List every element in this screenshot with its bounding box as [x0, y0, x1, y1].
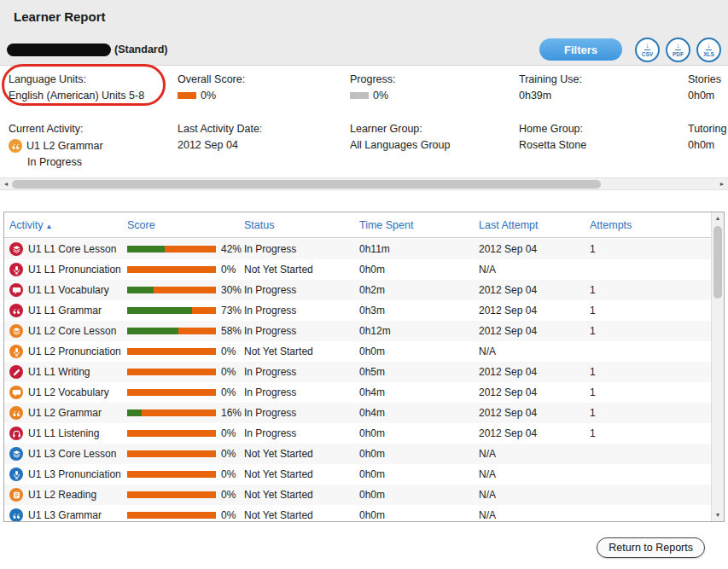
table-row[interactable]: U1 L1 Vocabulary30%In Progress0h2m2012 S… [4, 280, 711, 300]
score-value: 0% [221, 264, 236, 276]
score-bar [127, 409, 216, 416]
time-spent-cell: 0h0m [359, 427, 479, 439]
score-value: 58% [221, 325, 242, 337]
last-attempt-cell: 2012 Sep 04 [479, 325, 590, 337]
time-spent-cell: 0h3m [359, 305, 479, 316]
table-row[interactable]: U1 L1 Core Lesson42%In Progress0h11m2012… [4, 239, 711, 259]
column-header-score[interactable]: Score [127, 219, 244, 231]
score-value: 73% [221, 305, 242, 316]
status-cell: In Progress [244, 366, 359, 378]
return-to-reports-button[interactable]: Return to Reports [597, 537, 705, 558]
activity-label: U1 L2 Vocabulary [28, 386, 109, 398]
summary-value: English (American) Units 5-8 [9, 90, 175, 102]
table-row[interactable]: U1 L2 Reading0%Not Yet Started0h0mN/A [4, 485, 711, 505]
column-header-attempts[interactable]: Attempts [590, 219, 711, 231]
score-bar [127, 512, 216, 519]
filters-button[interactable]: Filters [539, 38, 622, 61]
table-row[interactable]: U1 L1 Grammar73%In Progress0h3m2012 Sep … [4, 300, 711, 321]
grammar-icon [9, 508, 23, 521]
learner-type-label: (Standard) [114, 44, 168, 55]
time-spent-cell: 0h0m [359, 345, 479, 357]
summary-value: 0h0m [688, 90, 728, 102]
score-value: 0% [221, 345, 236, 357]
summary-value: U1 L2 Grammar [26, 140, 103, 152]
activity-cell: U1 L1 Listening [9, 427, 127, 440]
score-bar [127, 430, 216, 437]
status-cell: In Progress [244, 407, 359, 419]
summary-label: Language Units: [9, 73, 175, 85]
last-attempt-cell: 2012 Sep 04 [479, 427, 590, 439]
activity-label: U1 L3 Core Lesson [28, 448, 116, 460]
score-cell: 0% [127, 489, 244, 501]
table-row[interactable]: U1 L3 Core Lesson0%Not Yet Started0h0mN/… [4, 444, 711, 464]
scroll-down-icon[interactable]: ▼ [712, 509, 724, 521]
activity-cell: U1 L3 Pronunciation [9, 467, 127, 481]
scroll-left-icon[interactable]: ◄ [0, 178, 12, 189]
toolbar: (Standard) Filters ↓ CSV ↓ PDF ↓ XLS [7, 36, 721, 63]
activity-cell: U1 L1 Vocabulary [9, 283, 127, 297]
core-lesson-icon [9, 324, 23, 338]
activity-label: U1 L1 Writing [28, 366, 90, 378]
activity-cell: U1 L3 Grammar [9, 508, 127, 521]
table-row[interactable]: U1 L2 Grammar16%In Progress0h4m2012 Sep … [4, 403, 711, 423]
summary-language-units: Language Units: English (American) Units… [9, 73, 175, 102]
score-bar [127, 389, 216, 396]
score-value: 0% [221, 468, 236, 480]
activity-cell: U1 L1 Pronunciation [9, 263, 127, 276]
listening-icon [9, 427, 23, 440]
time-spent-cell: 0h0m [359, 448, 479, 460]
activity-cell: U1 L2 Core Lesson [9, 324, 127, 338]
score-bar [127, 266, 216, 273]
scroll-right-icon[interactable]: ► [716, 178, 728, 189]
table-row[interactable]: U1 L1 Listening0%In Progress0h0m2012 Sep… [4, 423, 711, 444]
activity-label: U1 L2 Reading [28, 489, 96, 501]
activity-cell: U1 L2 Pronunciation [9, 345, 127, 358]
summary-value: 2012 Sep 04 [178, 139, 344, 151]
activity-cell: U1 L2 Vocabulary [9, 386, 127, 399]
score-bar [127, 307, 216, 314]
activity-label: U1 L1 Listening [28, 427, 99, 439]
report-header: Learner Report (Standard) Filters ↓ CSV … [0, 0, 728, 66]
activity-label: U1 L1 Core Lesson [28, 243, 116, 255]
column-header-status[interactable]: Status [244, 219, 359, 231]
vertical-scrollbar[interactable]: ▲ ▼ [711, 212, 724, 521]
column-header-activity[interactable]: Activity▲ [9, 219, 127, 231]
activity-label: U1 L2 Pronunciation [28, 345, 121, 357]
export-csv-button[interactable]: ↓ CSV [635, 38, 660, 62]
score-cell: 42% [127, 243, 244, 255]
vertical-scrollbar-thumb[interactable] [713, 226, 722, 299]
last-attempt-cell: N/A [479, 345, 590, 357]
score-value: 42% [221, 243, 242, 255]
activity-cell: U1 L1 Core Lesson [9, 242, 127, 256]
learner-report-window: Learner Report (Standard) Filters ↓ CSV … [0, 0, 728, 569]
table-row[interactable]: U1 L3 Grammar0%Not Yet Started0h0mN/A [4, 505, 711, 521]
summary-current-activity: Current Activity: U1 L2 Grammar In Progr… [9, 123, 175, 168]
horizontal-scrollbar-thumb[interactable] [12, 180, 601, 189]
column-header-time-spent[interactable]: Time Spent [359, 219, 479, 231]
column-header-last-attempt[interactable]: Last Attempt [479, 219, 590, 231]
table-row[interactable]: U1 L3 Pronunciation0%Not Yet Started0h0m… [4, 464, 711, 485]
summary-learner-group: Learner Group: All Languages Group [350, 123, 516, 151]
table-row[interactable]: U1 L2 Core Lesson58%In Progress0h12m2012… [4, 321, 711, 341]
summary-label: Tutoring [688, 123, 728, 135]
table-row[interactable]: U1 L2 Vocabulary0%In Progress0h4m2012 Se… [4, 382, 711, 403]
attempts-cell: 1 [590, 407, 711, 419]
horizontal-scrollbar[interactable]: ◄ ► [0, 177, 728, 190]
table-row[interactable]: U1 L2 Pronunciation0%Not Yet Started0h0m… [4, 341, 711, 362]
score-cell: 73% [127, 305, 244, 316]
score-cell: 0% [127, 386, 244, 398]
overall-score-bar [178, 92, 196, 99]
table-row[interactable]: U1 L1 Pronunciation0%Not Yet Started0h0m… [4, 259, 711, 280]
grammar-icon [9, 304, 23, 317]
export-xls-button[interactable]: ↓ XLS [696, 38, 721, 62]
score-bar [127, 450, 216, 457]
table-row[interactable]: U1 L1 Writing0%In Progress0h5m2012 Sep 0… [4, 362, 711, 382]
score-cell: 0% [127, 509, 244, 521]
export-pdf-button[interactable]: ↓ PDF [666, 38, 690, 62]
scroll-up-icon[interactable]: ▲ [712, 212, 724, 224]
reading-icon [9, 488, 23, 502]
score-bar [127, 287, 216, 293]
status-cell: Not Yet Started [244, 448, 359, 460]
score-cell: 0% [127, 345, 244, 357]
attempts-cell: 1 [590, 366, 711, 378]
